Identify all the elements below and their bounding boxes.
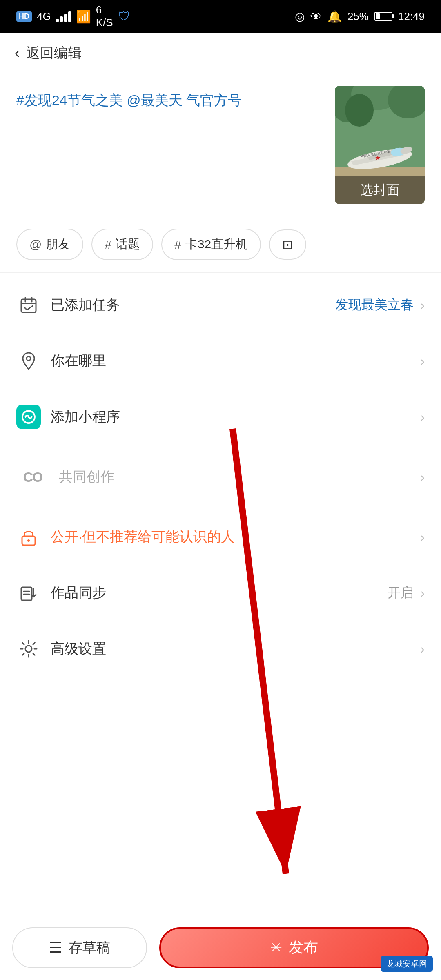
co-icon: CO	[16, 461, 49, 493]
tags-bar: @ 朋友 # 话题 # 卡32直升机 ⊡	[0, 220, 441, 268]
location-icon	[16, 349, 41, 373]
eye-icon: 👁	[310, 10, 322, 23]
menu-item-advanced[interactable]: 高级设置 ›	[0, 621, 441, 677]
page-wrapper: HD 4G 📶 6K/S 🛡 ◎ 👁 🔔 25% 12:49	[0, 0, 441, 980]
post-text[interactable]: #发现24节气之美 @最美天 气官方号	[16, 86, 323, 111]
wifi-icon: 📶	[76, 9, 91, 24]
hash-icon: #	[105, 238, 111, 252]
co-label: 共同创作	[59, 468, 420, 486]
settings-icon	[16, 637, 41, 661]
draft-button[interactable]: ☰ 存草稿	[12, 927, 147, 968]
watermark: 龙城安卓网	[381, 956, 433, 972]
draft-icon: ☰	[49, 939, 62, 956]
signal-bars	[56, 11, 71, 22]
svg-point-24	[25, 646, 32, 652]
menu-item-miniprogram[interactable]: 添加小程序 ›	[0, 389, 441, 445]
tag-friend-label: 朋友	[46, 236, 70, 253]
cover-label[interactable]: 选封面	[335, 176, 425, 204]
battery-percent: 25%	[347, 10, 369, 23]
miniprogram-icon	[16, 405, 41, 429]
privacy-label: 公开·但不推荐给可能认识的人	[51, 528, 420, 546]
back-label: 返回编辑	[26, 44, 82, 62]
cover-image[interactable]: ★ 中国人民解放军空军 选封面	[335, 86, 425, 204]
bottom-bar: ☰ 存草稿 ✳ 发布	[0, 915, 441, 980]
divider-1	[0, 272, 441, 273]
tag-topic-label: 话题	[116, 236, 140, 253]
publish-icon: ✳	[270, 939, 282, 956]
tag-extra[interactable]: ⊡	[269, 229, 306, 260]
status-bar: HD 4G 📶 6K/S 🛡 ◎ 👁 🔔 25% 12:49	[0, 0, 441, 33]
back-button[interactable]: ‹ 返回编辑	[15, 44, 82, 62]
at-icon: @	[29, 238, 42, 252]
hd-badge: HD	[16, 11, 32, 22]
back-arrow-icon: ‹	[15, 45, 20, 62]
tag-helicopter-label: 卡32直升机	[185, 236, 248, 253]
battery-icon	[374, 12, 392, 21]
status-left: HD 4G 📶 6K/S 🛡	[16, 4, 130, 29]
chevron-icon: ›	[420, 586, 425, 601]
task-value: 发现最美立春	[335, 296, 414, 314]
lock-icon	[16, 525, 41, 549]
bottom-spacer	[0, 677, 441, 759]
chevron-icon: ›	[420, 410, 425, 425]
hash-icon-2: #	[174, 238, 181, 252]
task-label: 已添加任务	[51, 296, 335, 314]
chevron-icon: ›	[420, 354, 425, 369]
menu-item-task[interactable]: 已添加任务 发现最美立春 ›	[0, 277, 441, 333]
miniprogram-label: 添加小程序	[51, 408, 420, 426]
sync-label: 作品同步	[51, 584, 388, 602]
location-label: 你在哪里	[51, 352, 420, 370]
svg-point-17	[27, 356, 31, 361]
co-text: CO	[23, 469, 42, 485]
draft-label: 存草稿	[69, 938, 110, 957]
menu-item-location[interactable]: 你在哪里 ›	[0, 333, 441, 389]
tag-friend[interactable]: @ 朋友	[16, 229, 83, 260]
menu-item-co[interactable]: CO 共同创作 ›	[0, 445, 441, 509]
svg-point-4	[345, 94, 374, 127]
battery-fill	[376, 13, 380, 19]
chevron-icon: ›	[420, 530, 425, 545]
tag-topic[interactable]: # 话题	[91, 229, 153, 260]
advanced-label: 高级设置	[51, 639, 420, 658]
shield-icon: 🛡	[118, 9, 130, 23]
top-nav: ‹ 返回编辑	[0, 33, 441, 74]
status-right: ◎ 👁 🔔 25% 12:49	[295, 10, 425, 23]
sync-icon	[16, 581, 41, 605]
task-icon	[16, 293, 41, 317]
tag-helicopter[interactable]: # 卡32直升机	[161, 229, 261, 260]
sync-value: 开启	[388, 584, 414, 602]
chevron-icon: ›	[420, 298, 425, 313]
chevron-icon: ›	[420, 641, 425, 657]
chevron-icon: ›	[420, 470, 425, 485]
mute-icon: 🔔	[327, 10, 342, 23]
menu-item-privacy[interactable]: 公开·但不推荐给可能认识的人 ›	[0, 509, 441, 565]
menu-item-sync[interactable]: 作品同步 开启 ›	[0, 565, 441, 621]
network-speed: 6K/S	[96, 4, 113, 29]
brightness-icon: ◎	[295, 10, 305, 23]
expand-icon: ⊡	[282, 237, 293, 252]
content-area: #发现24节气之美 @最美天 气官方号	[0, 74, 441, 220]
publish-label: 发布	[289, 938, 318, 958]
battery-container	[374, 12, 392, 21]
clock: 12:49	[398, 10, 425, 23]
svg-rect-13	[21, 299, 36, 312]
network-indicator: 4G	[37, 10, 51, 23]
svg-point-20	[27, 539, 30, 542]
